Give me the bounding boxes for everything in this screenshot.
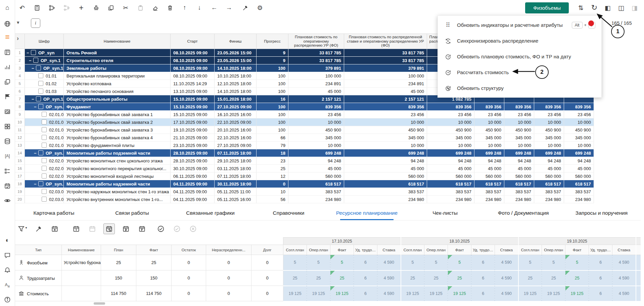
row-checkbox[interactable] [42, 112, 47, 117]
apps-grid-icon[interactable] [0, 122, 15, 130]
tab[interactable]: Ресурсное планирование [328, 206, 406, 220]
resource-row[interactable]: Трудозатраты 150 150 0 0 0 25 25 25 6 4 … [15, 270, 641, 286]
code-cell[interactable]: −OP_syn... [25, 149, 64, 157]
globe-icon[interactable] [0, 20, 15, 27]
grid-header-plan-cost-oper[interactable]: Плановая стоимость по оперативному распр… [288, 34, 344, 49]
collapse-toggle[interactable]: − [27, 50, 31, 55]
row-checkbox[interactable] [38, 89, 43, 94]
grid-header-start[interactable]: Старт [171, 34, 215, 49]
col-rate[interactable]: Ставка [495, 245, 518, 255]
notifications-bell-icon[interactable] [0, 266, 15, 273]
home-icon[interactable]: ⌂ [0, 4, 15, 11]
add-row-icon[interactable]: + [74, 3, 89, 12]
table-row[interactable]: 14 −OP_syn... Монолитные работы подземно… [15, 149, 594, 157]
refresh-icon[interactable]: ↻ [588, 3, 601, 12]
attribute-icon[interactable]: [A] [0, 152, 15, 160]
row-checkbox[interactable] [42, 166, 47, 171]
row-checkbox[interactable] [38, 81, 43, 86]
code-cell[interactable]: 02.01.05 [25, 142, 64, 149]
sort-swap-icon[interactable]: ⇅ [574, 4, 588, 12]
col-fact[interactable]: Факт [136, 245, 172, 255]
calendar-mode-3-icon[interactable] [103, 223, 115, 234]
collapse-toggle[interactable]: − [34, 104, 38, 109]
col-rest[interactable]: Остаток [172, 245, 206, 255]
task-list-icon[interactable] [0, 167, 15, 174]
collapse-toggle[interactable]: − [32, 97, 36, 102]
code-cell[interactable]: 02.01.01 [25, 111, 64, 118]
menu-item-update-plan-cost[interactable]: Обновить плановую стоимость, ФО и ТР на … [438, 49, 601, 64]
menu-item-calculate-cost[interactable]: Рассчитать стоимость [438, 64, 601, 80]
calendar-mode-2-icon[interactable] [87, 225, 97, 233]
col-agreed-plan[interactable]: Согл.план [283, 245, 307, 255]
col-unit-labor[interactable]: Уд. трудоз... [589, 245, 612, 255]
resource-row[interactable]: Физобъем Устройство буронаб 25 25 0 0 0 … [15, 255, 641, 270]
code-cell[interactable]: −OP_syn [25, 49, 64, 57]
calendar-mode-5-icon[interactable] [137, 225, 147, 233]
table-row[interactable]: 15 02.02.01 Устройство монолитных стен ц… [15, 157, 594, 165]
code-cell[interactable]: 01.01 [25, 72, 64, 80]
hatch-icon[interactable] [0, 108, 15, 115]
copy-layers-icon[interactable] [0, 78, 15, 85]
unlink-branch-icon[interactable] [59, 4, 74, 11]
code-cell[interactable]: 02.02.02 [25, 165, 64, 172]
col-type[interactable]: Тип [15, 245, 62, 255]
collapse-toggle[interactable]: − [34, 182, 38, 187]
row-checkbox[interactable] [36, 96, 41, 101]
table-row[interactable]: 12 02.01.04 Устройство буронабивных свай… [15, 134, 594, 142]
collapse-toggle[interactable]: − [32, 66, 36, 71]
calendar-clear-icon[interactable] [50, 225, 60, 233]
table-row[interactable]: 16 02.02.02 Устройство монолитного перек… [15, 165, 594, 172]
settings-gear-icon[interactable]: ⚙ [252, 4, 267, 12]
col-agreed-plan[interactable]: Согл.план [401, 245, 424, 255]
panel-right-icon[interactable]: ◨ [628, 4, 641, 12]
row-checkbox[interactable] [38, 104, 43, 109]
menu-item-sync-distribution[interactable]: Синхронизировать распределение [438, 33, 601, 49]
grid-header-progress[interactable]: Прогресс [257, 34, 288, 49]
table-row[interactable]: 9 02.01.01 Устройство буронабивных свай … [15, 111, 594, 118]
table-row[interactable]: 20 02.03.02 Устройство внутренних моноли… [15, 196, 594, 203]
row-checkbox[interactable] [38, 181, 43, 186]
row-checkbox[interactable] [38, 73, 43, 78]
col-plan[interactable]: План [101, 245, 136, 255]
row-checkbox[interactable] [42, 143, 47, 148]
indent-icon[interactable]: → [222, 4, 236, 11]
row-checkbox[interactable] [33, 58, 38, 63]
code-cell[interactable]: 02.01.03 [25, 126, 64, 134]
tools-wrench-icon[interactable] [34, 225, 44, 233]
code-cell[interactable]: 01.02 [25, 80, 64, 88]
delete-trash-icon[interactable] [163, 4, 177, 11]
table-row[interactable]: 18 −OP_syn... Монолитные работы надземно… [15, 180, 594, 188]
col-debt[interactable]: Долг [251, 245, 283, 255]
row-checkbox[interactable] [42, 173, 47, 178]
code-cell[interactable]: −OP_syn... [25, 103, 64, 111]
code-cell[interactable]: 02.03.02 [25, 196, 64, 203]
tab[interactable]: Карточка работы [15, 206, 93, 220]
paste-icon[interactable] [133, 4, 148, 11]
tab[interactable]: Связанные графики [171, 206, 249, 220]
project-structure-icon[interactable]: ≡ [0, 33, 15, 41]
panel-split-icon[interactable]: ◫ [614, 4, 628, 12]
row-checkbox[interactable] [36, 65, 41, 70]
code-cell[interactable]: 02.03.01 [25, 188, 64, 196]
code-cell[interactable]: −OP_syn.1... [25, 64, 64, 72]
code-cell[interactable]: 01.03 [25, 88, 64, 95]
stamp-icon[interactable] [89, 4, 103, 11]
cut-scissors-icon[interactable]: ✂ [118, 4, 133, 12]
move-down-icon[interactable]: ↓ [192, 4, 207, 11]
code-cell[interactable]: 02.02.01 [25, 157, 64, 165]
row-checkbox[interactable] [38, 150, 43, 155]
horizontal-scrollbar-thumb[interactable] [94, 302, 105, 305]
row-checkbox[interactable] [42, 119, 47, 124]
row-checkbox[interactable] [42, 127, 47, 132]
tab[interactable]: Запросы и поручения [562, 206, 641, 220]
code-cell[interactable]: 02.02.03 [25, 172, 64, 180]
code-cell[interactable]: −OP_syn... [25, 180, 64, 188]
tools-icon[interactable] [238, 4, 252, 11]
panel-left-icon[interactable]: ◧ [601, 4, 614, 12]
table-row[interactable]: 17 02.02.03 Устройство монолитной входно… [15, 172, 594, 180]
theme-contrast-icon[interactable]: ◐ [0, 237, 15, 244]
row-checkbox[interactable] [42, 197, 47, 202]
physical-volumes-button[interactable]: Физобъемы [525, 2, 569, 13]
outdent-icon[interactable]: ← [207, 4, 222, 11]
col-name[interactable]: Наименование [62, 245, 101, 255]
